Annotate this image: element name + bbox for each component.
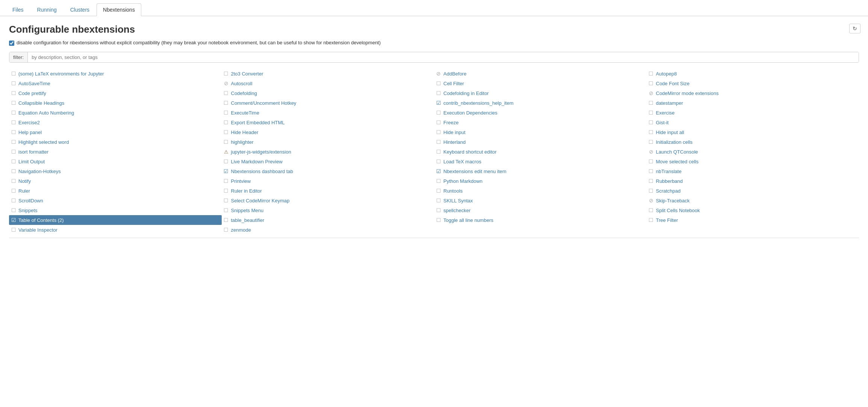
ext-item[interactable]: Comment/Uncomment Hotkey (222, 98, 434, 108)
ext-item[interactable]: Initialization cells (647, 137, 859, 147)
ext-item[interactable]: AddBefore (434, 69, 647, 78)
ext-item[interactable]: Variable Inspector (9, 225, 222, 235)
ext-label[interactable]: Split Cells Notebook (656, 208, 700, 213)
ext-item[interactable]: Notify (9, 176, 222, 186)
ext-label[interactable]: ScrollDown (18, 198, 43, 204)
ext-item[interactable]: Navigation-Hotkeys (9, 166, 222, 176)
tab-files[interactable]: Files (6, 3, 30, 16)
ext-item[interactable]: highlighter (222, 137, 434, 147)
ext-item[interactable]: Code Font Size (647, 78, 859, 88)
ext-item[interactable]: contrib_nbextensions_help_item (434, 98, 647, 108)
ext-item[interactable]: Ruler (9, 186, 222, 196)
ext-label[interactable]: Runtools (443, 188, 463, 194)
ext-item[interactable]: Nbextensions edit menu item (434, 166, 647, 176)
ext-item[interactable]: Live Markdown Preview (222, 157, 434, 166)
ext-label[interactable]: Hide Header (231, 130, 259, 135)
ext-item[interactable]: Codefolding (222, 88, 434, 98)
ext-label[interactable]: Select CodeMirror Keymap (231, 198, 290, 204)
ext-item[interactable]: SKILL Syntax (434, 196, 647, 205)
compat-checkbox[interactable] (9, 41, 14, 46)
ext-label[interactable]: Gist-it (656, 120, 669, 125)
ext-label[interactable]: Codefolding in Editor (443, 90, 489, 96)
ext-label[interactable]: ExecuteTime (231, 110, 259, 116)
ext-label[interactable]: AutoSaveTime (18, 81, 50, 86)
ext-label[interactable]: Exercise (656, 110, 675, 116)
ext-label[interactable]: isort formatter (18, 149, 48, 155)
ext-label[interactable]: Load TeX macros (443, 159, 481, 164)
ext-label[interactable]: Launch QTConsole (656, 149, 698, 155)
ext-label[interactable]: table_beautifier (231, 217, 265, 223)
ext-item[interactable]: Select CodeMirror Keymap (222, 196, 434, 205)
ext-label[interactable]: Scratchpad (656, 188, 681, 194)
ext-item[interactable]: AutoSaveTime (9, 78, 222, 88)
ext-label[interactable]: Cell Filter (443, 81, 464, 86)
ext-item[interactable]: Move selected cells (647, 157, 859, 166)
ext-item[interactable]: zenmode (222, 225, 434, 235)
ext-item[interactable]: Highlight selected word (9, 137, 222, 147)
ext-item[interactable]: ScrollDown (9, 196, 222, 205)
ext-label[interactable]: Nbextensions edit menu item (443, 169, 507, 174)
ext-item[interactable]: table_beautifier (222, 215, 434, 225)
ext-label[interactable]: Rubberband (656, 178, 683, 184)
ext-item[interactable]: Cell Filter (434, 78, 647, 88)
ext-label[interactable]: AddBefore (443, 71, 466, 77)
ext-label[interactable]: Notify (18, 178, 31, 184)
ext-item[interactable]: datestamper (647, 98, 859, 108)
ext-item[interactable]: Codefolding in Editor (434, 88, 647, 98)
ext-item[interactable]: Ruler in Editor (222, 186, 434, 196)
ext-label[interactable]: Limit Output (18, 159, 45, 164)
ext-item[interactable]: Nbextensions dashboard tab (222, 166, 434, 176)
ext-item[interactable]: Skip-Traceback (647, 196, 859, 205)
ext-item[interactable]: Load TeX macros (434, 157, 647, 166)
filter-input[interactable] (28, 52, 859, 62)
ext-label[interactable]: Python Markdown (443, 178, 482, 184)
ext-label[interactable]: CodeMirror mode extensions (656, 90, 719, 96)
refresh-button[interactable]: ↻ (849, 24, 860, 33)
ext-label[interactable]: Ruler (18, 188, 30, 194)
ext-label[interactable]: Tree Filter (656, 217, 678, 223)
ext-label[interactable]: Hinterland (443, 139, 466, 145)
ext-label[interactable]: Navigation-Hotkeys (18, 169, 61, 174)
ext-label[interactable]: Nbextensions dashboard tab (231, 169, 293, 174)
ext-label[interactable]: Hide input all (656, 130, 684, 135)
ext-item[interactable]: Printview (222, 176, 434, 186)
ext-item[interactable]: CodeMirror mode extensions (647, 88, 859, 98)
ext-label[interactable]: Live Markdown Preview (231, 159, 283, 164)
ext-item[interactable]: ExecuteTime (222, 108, 434, 118)
ext-label[interactable]: Collapsible Headings (18, 100, 64, 106)
ext-item[interactable]: Execution Dependencies (434, 108, 647, 118)
ext-label[interactable]: Initialization cells (656, 139, 693, 145)
ext-item[interactable]: Snippets (9, 205, 222, 215)
ext-label[interactable]: Freeze (443, 120, 458, 125)
ext-item[interactable]: Limit Output (9, 157, 222, 166)
ext-label[interactable]: 2to3 Converter (231, 71, 263, 77)
ext-label[interactable]: Execution Dependencies (443, 110, 498, 116)
tab-clusters[interactable]: Clusters (64, 3, 96, 16)
ext-item[interactable]: Help panel (9, 127, 222, 137)
ext-item[interactable]: Hide input (434, 127, 647, 137)
ext-item[interactable]: Runtools (434, 186, 647, 196)
ext-item[interactable]: Equation Auto Numbering (9, 108, 222, 118)
ext-item[interactable]: Freeze (434, 118, 647, 127)
ext-label[interactable]: Snippets (18, 208, 38, 213)
ext-item[interactable]: Split Cells Notebook (647, 205, 859, 215)
ext-item[interactable]: Keyboard shortcut editor (434, 147, 647, 157)
tab-nbextensions[interactable]: Nbextensions (97, 3, 141, 16)
ext-label[interactable]: Skip-Traceback (656, 198, 690, 204)
ext-item[interactable]: Code prettify (9, 88, 222, 98)
ext-label[interactable]: datestamper (656, 100, 683, 106)
ext-item[interactable]: spellchecker (434, 205, 647, 215)
ext-item[interactable]: Launch QTConsole (647, 147, 859, 157)
ext-item[interactable]: Tree Filter (647, 215, 859, 225)
ext-label[interactable]: nbTranslate (656, 169, 682, 174)
ext-item[interactable]: Hide input all (647, 127, 859, 137)
ext-label[interactable]: (some) LaTeX environments for Jupyter (18, 71, 104, 77)
ext-label[interactable]: Codefolding (231, 90, 257, 96)
ext-item[interactable]: Scratchpad (647, 186, 859, 196)
ext-item[interactable]: Gist-it (647, 118, 859, 127)
ext-label[interactable]: Help panel (18, 130, 42, 135)
ext-label[interactable]: Toggle all line numbers (443, 217, 493, 223)
ext-item[interactable]: nbTranslate (647, 166, 859, 176)
ext-label[interactable]: Export Embedded HTML (231, 120, 285, 125)
ext-label[interactable]: SKILL Syntax (443, 198, 473, 204)
